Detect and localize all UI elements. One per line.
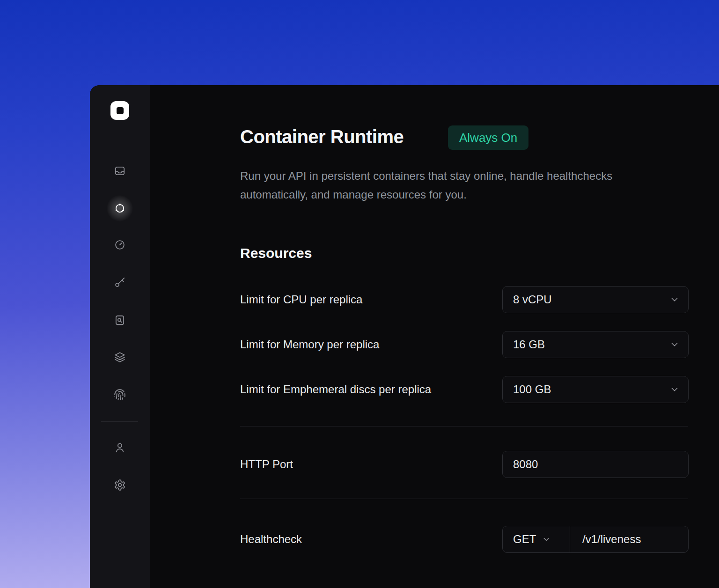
healthcheck-label: Healthcheck [240,526,302,553]
section-divider [240,499,688,499]
cpu-limit-label: Limit for CPU per replica [240,286,362,313]
app-logo[interactable] [110,101,129,120]
timer-icon [114,239,126,251]
http-port-input[interactable]: 8080 [502,451,689,478]
user-icon [114,441,126,454]
chevron-down-icon [669,384,680,395]
settings-gear-icon [114,479,126,491]
memory-limit-value: 16 GB [513,338,545,351]
app-window: Container Runtime Always On Run your API… [90,85,719,588]
fingerprint-icon [114,389,126,401]
page-description: Run your API in persistent containers th… [240,167,615,204]
sidebar-divider [101,421,138,422]
memory-limit-select[interactable]: 16 GB [502,331,689,358]
memory-limit-label: Limit for Memory per replica [240,331,379,358]
sidebar-item-containers[interactable] [109,197,131,220]
chevron-down-icon [542,535,551,544]
container-nodes-icon [114,202,126,214]
healthcheck-method-value: GET [513,533,536,546]
healthcheck-control: GET /v1/liveness [502,526,689,553]
inbox-tray-icon [114,165,126,177]
sidebar-item-account[interactable] [109,436,131,459]
chevron-down-icon [669,294,680,305]
http-port-value: 8080 [513,458,538,471]
cpu-limit-select[interactable]: 8 vCPU [502,286,689,313]
chevron-down-icon [669,339,680,350]
healthcheck-path-input[interactable]: /v1/liveness [570,526,688,552]
sidebar-item-settings[interactable] [109,474,131,496]
sidebar-item-identity[interactable] [109,383,131,406]
sidebar-item-layers[interactable] [109,346,131,368]
page-title: Container Runtime [240,125,404,149]
sidebar-item-inbox[interactable] [109,160,131,182]
healthcheck-path-value: /v1/liveness [582,533,641,546]
sidebar-item-logs-search[interactable] [109,309,131,331]
sidebar [90,85,150,588]
healthcheck-method-select[interactable]: GET [503,526,570,552]
layers-icon [114,351,126,363]
file-search-icon [114,314,126,326]
section-heading-resources: Resources [240,243,312,263]
cpu-limit-value: 8 vCPU [513,293,552,306]
app-logo-mark [117,107,124,114]
ephemeral-disc-limit-value: 100 GB [513,383,551,396]
main-content: Container Runtime Always On Run your API… [150,85,719,588]
sidebar-item-keys[interactable] [109,271,131,294]
http-port-label: HTTP Port [240,451,293,478]
section-divider [240,426,688,426]
ephemeral-disc-limit-select[interactable]: 100 GB [502,376,689,403]
sidebar-item-timers[interactable] [109,234,131,256]
ephemeral-disc-limit-label: Limit for Emphemeral discs per replica [240,376,431,403]
status-badge: Always On [448,125,528,150]
key-icon [114,276,126,288]
